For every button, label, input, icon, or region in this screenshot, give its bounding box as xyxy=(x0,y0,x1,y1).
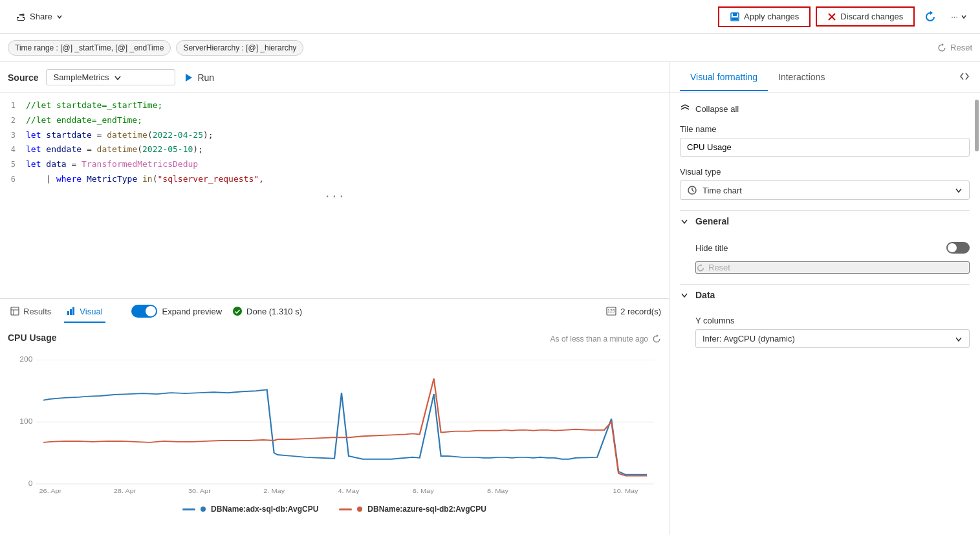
chart-header: CPU Usage As of less than a minute ago xyxy=(8,333,661,345)
code-line-6: 6 | where MetricType in("sqlserver_reque… xyxy=(0,172,669,187)
svg-text:30. Apr: 30. Apr xyxy=(188,488,211,494)
svg-text:10. May: 10. May xyxy=(613,488,639,494)
tab-results[interactable]: Results xyxy=(8,301,54,323)
chart-refresh-icon[interactable] xyxy=(652,334,661,344)
scrollbar-thumb xyxy=(975,100,979,151)
svg-point-30 xyxy=(357,507,362,512)
svg-line-32 xyxy=(685,105,689,107)
legend-item-2: DBName:azure-sql-db2:AvgCPU xyxy=(339,505,486,514)
data-section-content: Y columns Infer: AvgCPU (dynamic) xyxy=(680,316,970,348)
filter-bar: Time range : [@] _startTime, [@] _endTim… xyxy=(0,34,980,62)
chart-svg: 200 100 0 26. Apr 28. Apr 30. Apr 2. May… xyxy=(8,351,661,499)
share-button[interactable]: Share xyxy=(8,8,71,26)
visual-type-select[interactable]: Time chart xyxy=(680,180,970,200)
chart-title: CPU Usage xyxy=(8,333,56,343)
share-icon xyxy=(16,12,26,22)
svg-rect-9 xyxy=(67,311,69,315)
expand-panel-button[interactable] xyxy=(959,71,970,83)
table-icon xyxy=(10,307,19,316)
visual-type-chevron-icon xyxy=(955,186,963,194)
expand-toggle-switch[interactable] xyxy=(131,305,157,318)
panel-content: Collapse all Tile name Visual type xyxy=(670,93,980,358)
tab-interactions[interactable]: Interactions xyxy=(768,64,835,91)
code-line-2: 2 //let enddate=_endTime; xyxy=(0,113,669,128)
svg-text:123: 123 xyxy=(607,309,615,313)
apply-changes-button[interactable]: Apply changes xyxy=(718,6,811,27)
code-line-4: 4 let enddate = datetime(2022-05-10); xyxy=(0,142,669,157)
save-icon xyxy=(730,12,740,22)
run-icon xyxy=(183,72,193,83)
y-columns-select[interactable]: Infer: AvgCPU (dynamic) xyxy=(695,329,970,348)
hide-title-toggle[interactable] xyxy=(946,242,970,254)
share-chevron-icon xyxy=(56,14,63,20)
left-panel: Source SampleMetrics Run 1 //let startda… xyxy=(0,62,670,535)
reset-button[interactable]: Reset xyxy=(937,43,972,52)
filter-tag-hierarchy[interactable]: ServerHierarchy : [@] _hierarchy xyxy=(176,40,303,56)
svg-rect-2 xyxy=(732,17,738,20)
y-columns-field: Y columns Infer: AvgCPU (dynamic) xyxy=(695,316,970,348)
source-select[interactable]: SampleMetrics xyxy=(46,69,175,85)
svg-text:0: 0 xyxy=(28,480,33,487)
discard-changes-button[interactable]: Discard changes xyxy=(816,6,915,27)
close-icon xyxy=(827,12,836,21)
general-reset-icon xyxy=(697,264,704,272)
chart-area: CPU Usage As of less than a minute ago 2… xyxy=(0,325,669,535)
svg-text:8. May: 8. May xyxy=(487,488,509,494)
chart-container: 200 100 0 26. Apr 28. Apr 30. Apr 2. May… xyxy=(8,351,661,499)
legend-dot-1 xyxy=(201,507,206,512)
svg-rect-6 xyxy=(11,307,19,315)
source-chevron-icon xyxy=(114,74,122,82)
svg-text:200: 200 xyxy=(19,356,32,363)
right-panel: Visual formatting Interactions xyxy=(670,62,980,535)
svg-text:26. Apr: 26. Apr xyxy=(39,488,61,494)
visual-type-label: Visual type xyxy=(680,167,970,177)
y-columns-label: Y columns xyxy=(695,316,970,325)
legend-item-1: DBName:adx-sql-db:AvgCPU xyxy=(182,505,318,514)
svg-text:4. May: 4. May xyxy=(338,488,360,494)
more-chevron-icon xyxy=(961,14,967,20)
expand-toggle: Expand preview xyxy=(131,305,223,318)
more-button[interactable]: ··· xyxy=(946,8,972,25)
tab-visual[interactable]: Visual xyxy=(64,301,105,323)
tab-visual-formatting[interactable]: Visual formatting xyxy=(680,64,768,91)
right-panel-scrollbar[interactable] xyxy=(975,93,979,535)
done-icon xyxy=(232,306,243,316)
tile-name-field: Tile name xyxy=(680,124,970,157)
refresh-button[interactable] xyxy=(920,6,941,27)
svg-rect-11 xyxy=(72,307,74,315)
refresh-icon xyxy=(924,11,936,23)
run-button[interactable]: Run xyxy=(183,72,214,83)
code-line-1: 1 //let startdate=_startTime; xyxy=(0,98,669,113)
general-section-header[interactable]: General xyxy=(680,210,970,232)
data-section-header[interactable]: Data xyxy=(680,284,970,305)
svg-rect-1 xyxy=(733,13,737,16)
svg-line-37 xyxy=(692,190,694,191)
svg-line-31 xyxy=(681,105,685,107)
svg-text:6. May: 6. May xyxy=(413,488,435,494)
visual-type-field: Visual type Time chart xyxy=(680,167,970,200)
code-line-5: 5 let data = TransformedMetricsDedup xyxy=(0,157,669,172)
main-layout: Source SampleMetrics Run 1 //let startda… xyxy=(0,62,980,535)
source-bar: Source SampleMetrics Run xyxy=(0,62,669,93)
tile-name-label: Tile name xyxy=(680,124,970,134)
svg-text:28. Apr: 28. Apr xyxy=(114,488,136,494)
records-badge: 123 2 record(s) xyxy=(606,307,661,316)
reset-icon xyxy=(937,43,946,52)
time-chart-icon xyxy=(687,185,697,195)
records-icon: 123 xyxy=(606,307,616,316)
svg-point-12 xyxy=(233,307,242,316)
results-bar: Results Visual Expand preview Done xyxy=(0,299,669,325)
svg-line-34 xyxy=(685,107,689,109)
code-ellipsis: ··· xyxy=(0,187,669,206)
done-badge: Done (1.310 s) xyxy=(232,306,302,316)
filter-tag-time[interactable]: Time range : [@] _startTime, [@] _endTim… xyxy=(8,40,171,56)
chart-legend: DBName:adx-sql-db:AvgCPU DBName:azure-sq… xyxy=(8,505,661,514)
general-section-content: Hide title Reset xyxy=(680,242,970,274)
hide-title-row: Hide title xyxy=(695,242,970,254)
collapse-all-button[interactable]: Collapse all xyxy=(680,104,970,114)
tile-name-input[interactable] xyxy=(680,138,970,157)
top-toolbar: Share Apply changes Discard changes ··· xyxy=(0,0,980,34)
general-reset-button[interactable]: Reset xyxy=(695,261,970,274)
code-editor[interactable]: 1 //let startdate=_startTime; 2 //let en… xyxy=(0,93,669,299)
collapse-icon xyxy=(680,104,690,114)
